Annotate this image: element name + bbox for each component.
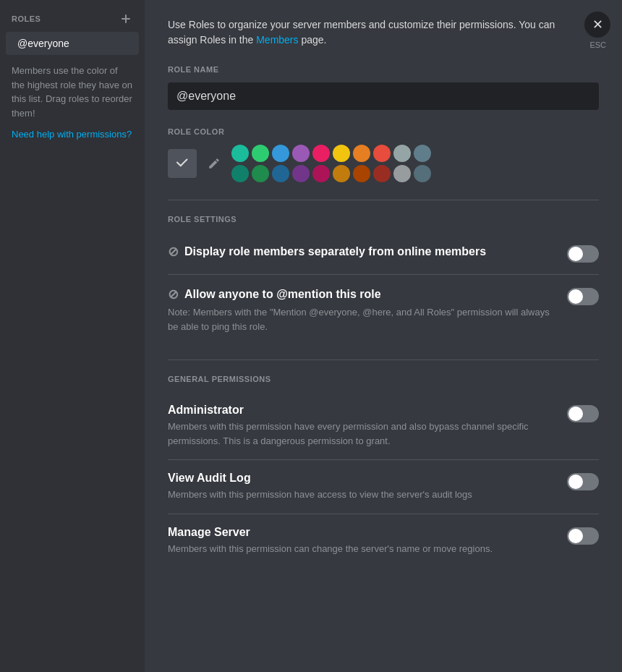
view-audit-log-title: View Audit Log xyxy=(168,472,555,485)
sidebar-header: Roles xyxy=(0,12,145,32)
color-swatch[interactable] xyxy=(393,145,411,162)
roles-label: Roles xyxy=(12,14,41,23)
general-permissions-label: GENERAL PERMISSIONS xyxy=(168,375,599,383)
color-swatch[interactable] xyxy=(333,145,350,162)
color-swatch[interactable] xyxy=(393,165,411,182)
color-swatch[interactable] xyxy=(231,145,249,162)
at-symbol-icon: ⊘ xyxy=(168,286,179,302)
color-swatch[interactable] xyxy=(373,145,391,162)
info-text-1: Use Roles to organize your server member… xyxy=(168,19,555,46)
general-permissions-section: GENERAL PERMISSIONS Administrator Member… xyxy=(168,375,599,567)
color-swatch[interactable] xyxy=(373,165,391,182)
sidebar-role-everyone[interactable]: @everyone xyxy=(6,32,139,55)
color-row-1 xyxy=(231,145,431,162)
close-button[interactable]: ✕ xyxy=(584,12,610,38)
main-content: ✕ ESC Use Roles to organize your server … xyxy=(145,0,622,672)
sidebar-help-text: Members use the color of the highest rol… xyxy=(0,55,145,129)
color-swatch[interactable] xyxy=(414,145,431,162)
color-swatch[interactable] xyxy=(353,165,370,182)
color-swatch[interactable] xyxy=(292,165,310,182)
color-swatch[interactable] xyxy=(292,145,310,162)
color-swatch[interactable] xyxy=(333,165,350,182)
allow-mention-toggle[interactable] xyxy=(567,288,599,305)
manage-server-info: Manage Server Members with this permissi… xyxy=(168,526,567,556)
manage-server-toggle[interactable] xyxy=(567,527,599,545)
divider-1 xyxy=(168,200,599,200)
info-text-2: page. xyxy=(299,34,327,46)
display-separately-toggle[interactable] xyxy=(567,245,599,263)
color-row-2 xyxy=(231,165,431,182)
administrator-desc: Members with this permission have every … xyxy=(168,420,555,448)
allow-mention-row: ⊘ Allow anyone to @mention this role Not… xyxy=(168,275,599,345)
display-separately-info: ⊘ Display role members separately from o… xyxy=(168,244,567,263)
color-swatch[interactable] xyxy=(272,145,289,162)
color-swatch[interactable] xyxy=(353,145,370,162)
color-picker-row xyxy=(168,145,599,182)
info-banner: Use Roles to organize your server member… xyxy=(168,17,599,48)
administrator-info: Administrator Members with this permissi… xyxy=(168,404,567,448)
add-role-button[interactable] xyxy=(119,12,133,26)
manage-server-title: Manage Server xyxy=(168,526,555,539)
color-swatch[interactable] xyxy=(252,145,269,162)
role-name-label: ROLE NAME xyxy=(168,65,599,74)
view-audit-log-desc: Members with this permission have access… xyxy=(168,488,555,502)
administrator-toggle[interactable] xyxy=(567,405,599,422)
help-permissions-link[interactable]: Need help with permissions? xyxy=(0,129,145,140)
allow-mention-desc: Note: Members with the "Mention @everyon… xyxy=(168,305,555,333)
view-audit-log-toggle[interactable] xyxy=(567,473,599,490)
allow-mention-title-row: ⊘ Allow anyone to @mention this role xyxy=(168,286,555,302)
display-separately-title-row: ⊘ Display role members separately from o… xyxy=(168,244,555,260)
divider-2 xyxy=(168,360,599,360)
display-separately-row: ⊘ Display role members separately from o… xyxy=(168,232,599,275)
display-separately-title: Display role members separately from onl… xyxy=(184,245,486,258)
color-swatch[interactable] xyxy=(312,145,330,162)
sidebar: Roles @everyone Members use the color of… xyxy=(0,0,145,672)
manage-server-desc: Members with this permission can change … xyxy=(168,542,555,556)
color-swatch[interactable] xyxy=(414,165,431,182)
close-icon: ✕ xyxy=(592,17,603,33)
role-color-label: ROLE COLOR xyxy=(168,127,599,136)
role-name-section: ROLE NAME xyxy=(168,65,599,110)
view-audit-log-info: View Audit Log Members with this permiss… xyxy=(168,472,567,502)
color-swatch[interactable] xyxy=(272,165,289,182)
role-settings-section: ROLE SETTINGS ⊘ Display role members sep… xyxy=(168,215,599,345)
color-swatch[interactable] xyxy=(312,165,330,182)
administrator-title: Administrator xyxy=(168,404,555,417)
color-swatch[interactable] xyxy=(231,165,249,182)
color-swatches xyxy=(231,145,431,182)
esc-label: ESC xyxy=(589,41,606,49)
permission-manage-server: Manage Server Members with this permissi… xyxy=(168,514,599,568)
role-settings-label: ROLE SETTINGS xyxy=(168,215,599,224)
permission-administrator: Administrator Members with this permissi… xyxy=(168,392,599,460)
custom-color-button[interactable] xyxy=(203,152,226,175)
allow-mention-title: Allow anyone to @mention this role xyxy=(184,288,381,301)
members-link[interactable]: Members xyxy=(256,34,298,46)
permission-view-audit-log: View Audit Log Members with this permiss… xyxy=(168,460,599,514)
role-color-section: ROLE COLOR xyxy=(168,127,599,182)
allow-mention-info: ⊘ Allow anyone to @mention this role Not… xyxy=(168,286,567,333)
color-swatch[interactable] xyxy=(252,165,269,182)
role-name-input[interactable] xyxy=(168,82,599,110)
default-color-swatch[interactable] xyxy=(168,149,197,178)
no-symbol-icon: ⊘ xyxy=(168,244,179,260)
